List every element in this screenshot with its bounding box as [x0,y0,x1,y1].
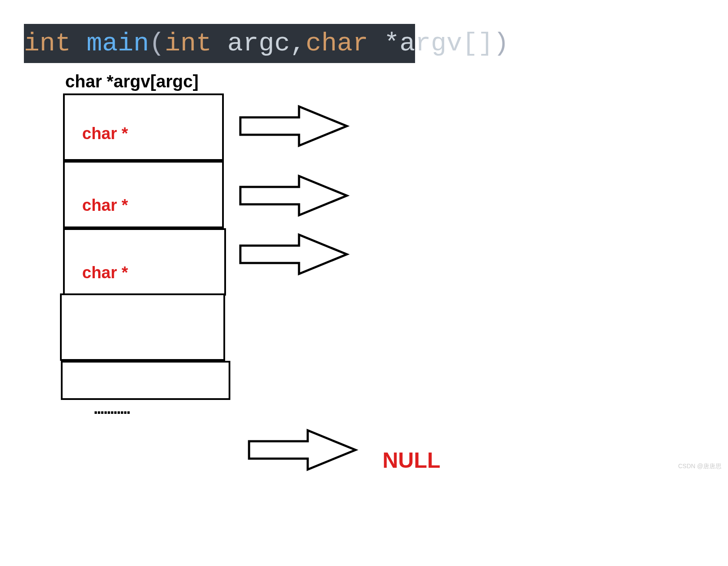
null-label: NULL [382,448,440,473]
comma: , [290,29,306,58]
ellipsis-dots: ........... [93,399,130,418]
cell-content: char * [82,124,128,143]
param1-type: int [165,29,227,58]
cell-content: char * [82,196,128,215]
code-signature: int main(int argc,char *argv[]) [24,24,415,63]
arrow-icon [238,172,351,220]
cell-content: char * [82,263,128,282]
close-paren: ) [493,29,509,58]
return-type: int [24,29,86,58]
param2-name: argv [399,29,462,58]
array-cell-4 [61,361,230,400]
star: * [384,29,399,58]
array-cell-3 [60,293,225,361]
watermark: CSDN @唐唐思 [678,463,721,470]
brackets: [] [462,29,493,58]
array-declaration-label: char *argv[argc] [65,72,199,91]
arrow-icon [238,102,351,150]
param2-type: char [306,29,384,58]
function-name: main [86,29,149,58]
param1-name: argc [227,29,290,58]
open-paren: ( [149,29,165,58]
array-cell-0: char * [63,93,224,161]
array-cell-1: char * [63,161,224,228]
array-cell-2: char * [63,228,226,296]
arrow-icon [247,426,360,474]
arrow-icon [238,230,351,278]
